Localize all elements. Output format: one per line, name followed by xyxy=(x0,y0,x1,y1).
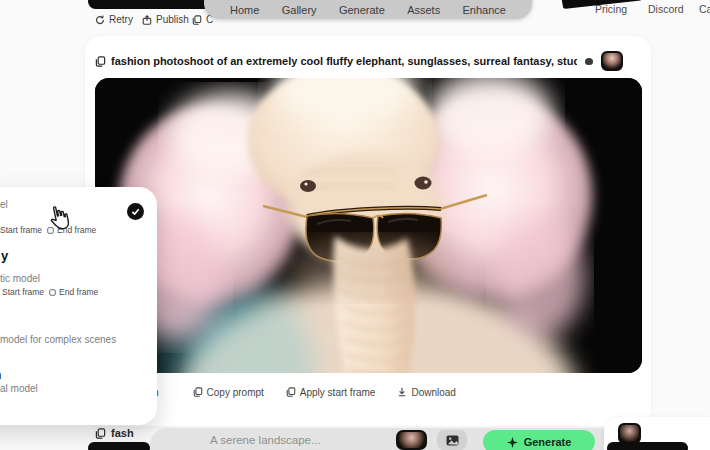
model-option-2-frames: Start frame End frame xyxy=(0,287,98,297)
prompt-row: fashion photoshoot of an extremely cool … xyxy=(95,51,640,71)
next-feed-row: fash xyxy=(95,427,134,439)
elephant-video-frame xyxy=(95,78,642,373)
nav-item-generate[interactable]: Generate xyxy=(339,4,385,16)
nav-item-gallery[interactable]: Gallery xyxy=(282,4,317,16)
video-player[interactable] xyxy=(95,78,642,373)
copy-icon xyxy=(192,15,202,25)
pet-avatar-icon xyxy=(585,58,593,65)
model-select-menu: el Start frame End frame y tic model Sta… xyxy=(0,187,157,425)
generate-button[interactable]: Generate xyxy=(483,430,595,450)
start-frame-label: Start frame xyxy=(0,225,42,235)
add-image-button[interactable] xyxy=(437,430,467,450)
end-frame-label: End frame xyxy=(59,287,98,297)
start-frame-thumbnail[interactable] xyxy=(601,51,623,71)
recent-generation-edge xyxy=(607,442,688,450)
bottom-right-card xyxy=(604,417,710,450)
sparkle-icon xyxy=(507,437,518,448)
model-option-1-name[interactable]: el xyxy=(0,199,8,210)
start-frame-chip[interactable]: Start frame xyxy=(0,287,44,297)
image-icon xyxy=(446,435,459,446)
nav-item-enhance[interactable]: Enhance xyxy=(463,4,506,16)
nav-item-home[interactable]: Home xyxy=(230,4,259,16)
publish-button[interactable]: Publish xyxy=(142,14,189,25)
nav-link-careers-partial[interactable]: Ca xyxy=(699,3,710,15)
copy-icon xyxy=(193,387,203,397)
start-frame-label: Start frame xyxy=(2,287,44,297)
model-option-2-name[interactable]: y xyxy=(1,248,8,263)
start-frame-chip[interactable]: Start frame xyxy=(0,225,42,235)
next-feed-prompt-partial: fash xyxy=(111,427,134,439)
download-icon xyxy=(397,387,407,397)
apply-start-frame-button[interactable]: Apply start frame xyxy=(286,387,376,398)
prompt-copy-icon[interactable] xyxy=(95,56,106,67)
retry-button[interactable]: Retry xyxy=(95,14,133,25)
model-option-1-frames: Start frame End frame xyxy=(0,225,96,235)
bottom-left-thumbnail-edge xyxy=(88,442,150,450)
model-option-4-name[interactable]: n xyxy=(0,368,1,382)
nav-item-assets[interactable]: Assets xyxy=(407,4,440,16)
model-option-4-desc: al model xyxy=(0,383,38,394)
copy-prompt-button[interactable]: Copy prompt xyxy=(193,387,264,398)
retry-label: Retry xyxy=(109,14,133,25)
prompt-copy-icon xyxy=(95,428,106,439)
frame-icon xyxy=(49,289,56,296)
generation-prompt: fashion photoshoot of an extremely cool … xyxy=(111,55,577,67)
nav-link-discord[interactable]: Discord xyxy=(648,3,684,15)
frame-icon xyxy=(286,387,296,397)
model-option-2-desc: tic model xyxy=(0,273,40,284)
end-frame-chip[interactable]: End frame xyxy=(49,287,98,297)
recent-generation-thumbnail[interactable] xyxy=(618,423,641,444)
attached-frame-thumbnail[interactable] xyxy=(396,430,427,450)
model-option-3-desc[interactable]: model for complex scenes xyxy=(0,334,116,345)
copy-prompt-label: Copy prompt xyxy=(207,387,264,398)
prompt-input[interactable] xyxy=(208,433,402,447)
retry-icon xyxy=(95,15,105,25)
generate-label: Generate xyxy=(524,436,572,448)
publish-icon xyxy=(142,15,152,25)
generation-actions: blish Copy prompt Apply start frame Down… xyxy=(138,385,478,399)
download-button[interactable]: Download xyxy=(397,387,455,398)
nav-link-pricing[interactable]: Pricing xyxy=(595,3,627,15)
publish-label: Publish xyxy=(156,14,189,25)
selected-check-icon xyxy=(127,203,144,220)
download-label: Download xyxy=(411,387,455,398)
app-screen: Home Gallery Generate Assets Enhance Pri… xyxy=(0,0,710,450)
apply-start-frame-label: Apply start frame xyxy=(300,387,376,398)
main-navbar: Home Gallery Generate Assets Enhance xyxy=(204,0,532,19)
